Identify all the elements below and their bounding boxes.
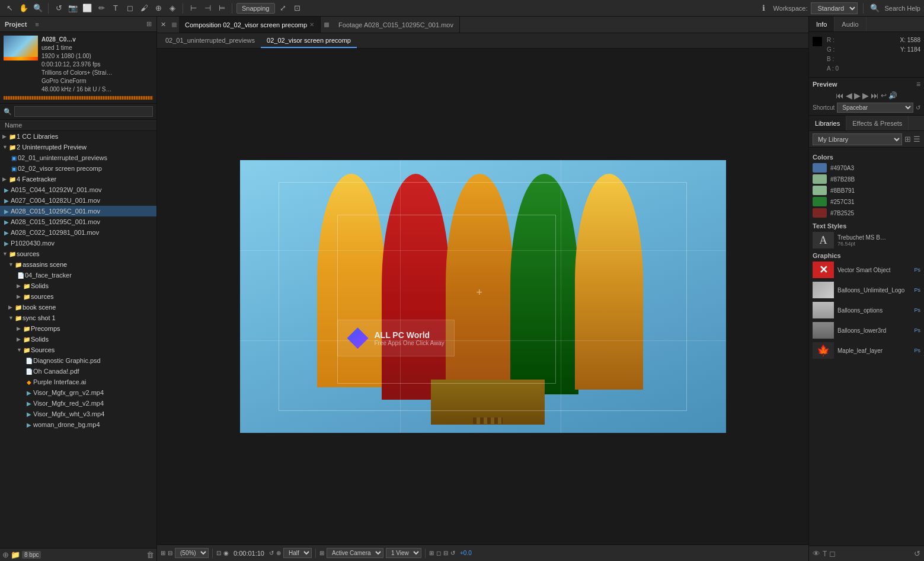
text-tool-icon[interactable]: T: [110, 2, 122, 14]
align-icon1[interactable]: ⊢: [187, 2, 199, 14]
draft-icon[interactable]: ⊟: [443, 550, 448, 556]
tree-item-comp02[interactable]: ▣ 02_02_visor screen precomp: [0, 163, 156, 174]
preview-menu-icon[interactable]: ≡: [916, 80, 920, 88]
info-icon[interactable]: ℹ: [758, 2, 770, 14]
folder-icon-btn[interactable]: 📁: [11, 550, 20, 559]
lib-eye-icon[interactable]: 👁: [813, 549, 820, 558]
tree-item-facetracker[interactable]: ▶ 📁 4 Facetracker: [0, 174, 156, 184]
arrow-tool-icon[interactable]: ↖: [4, 2, 15, 14]
graphic-item-lower3rd[interactable]: Balloons_lower3rd Ps: [813, 322, 920, 339]
snapping-icon2[interactable]: ⊡: [292, 2, 303, 14]
graphic-item-vso[interactable]: ✕ Vector Smart Object Ps: [813, 262, 920, 278]
panel-icon1[interactable]: ⊞: [146, 20, 152, 28]
color-item-3[interactable]: #8BB791: [813, 186, 920, 195]
tree-item-uninterrupted[interactable]: ▼ 📁 2 Uninterrupted Preview: [0, 142, 156, 152]
refresh-icon[interactable]: ↺: [450, 550, 455, 556]
mask-icon[interactable]: ◻: [436, 550, 441, 556]
hand-tool-icon[interactable]: ✋: [18, 2, 30, 14]
loop-btn[interactable]: ↩: [881, 91, 887, 100]
graphic-item-maple[interactable]: 🍁 Maple_leaf_layer Ps: [813, 342, 920, 359]
tree-item-vid2[interactable]: ▶ A027_C004_10282U_001.mov: [0, 195, 156, 206]
project-search-input[interactable]: [14, 106, 153, 117]
lib-grid-icon[interactable]: ⊞: [904, 135, 911, 144]
search-icon[interactable]: 🔍: [869, 2, 881, 14]
snapping-icon[interactable]: ⤢: [277, 2, 289, 14]
new-item-icon[interactable]: ⊕: [2, 550, 9, 559]
viewer-icon2[interactable]: ⊟: [168, 550, 172, 556]
tree-item-vid3[interactable]: ▶ A028_C015_10295C_001.mov: [0, 206, 156, 216]
tree-item-precomps[interactable]: ▶ 📁 Precomps: [0, 323, 156, 334]
views-select[interactable]: 1 View: [386, 548, 421, 558]
resolution-icon[interactable]: ⊡: [216, 550, 221, 556]
tree-item-facetracker-file[interactable]: 📄 04_face_tracker: [0, 270, 156, 280]
color-item-2[interactable]: #87B28B: [813, 174, 920, 184]
quality-select[interactable]: Half: [283, 548, 312, 558]
lib-rect-icon[interactable]: ◻: [829, 549, 836, 558]
tree-item-vid4[interactable]: ▶ A028_C015_10295C_001.mov: [0, 216, 156, 227]
lib-list-icon[interactable]: ☰: [913, 135, 920, 144]
clone-tool-icon[interactable]: ⊕: [152, 2, 164, 14]
shape-tool-icon[interactable]: ◻: [124, 2, 136, 14]
tree-item-assasins[interactable]: ▼ 📁 assasins scene: [0, 259, 156, 270]
text-style-item-1[interactable]: A Trebuchet MS B… 76.54pt: [813, 232, 920, 248]
tree-item-cc-libraries[interactable]: ▶ 📁 1 CC Libraries: [0, 131, 156, 142]
next-frame-btn[interactable]: ▶: [862, 91, 869, 100]
preview-icon[interactable]: ↺: [269, 550, 274, 556]
skip-to-end-btn[interactable]: ⏭: [871, 91, 879, 100]
info-tab-info[interactable]: Info: [809, 17, 835, 31]
tree-item-sources-sub[interactable]: ▶ 📁 sources: [0, 291, 156, 302]
lib-refresh-icon[interactable]: ↺: [914, 549, 920, 558]
tree-item-solids1[interactable]: ▶ 📁 Solids: [0, 280, 156, 291]
tree-item-visor-wht[interactable]: ▶ Visor_Mgfx_wht_v3.mp4: [0, 409, 156, 419]
tab-composition-main[interactable]: Composition 02_02_visor screen precomp ✕: [179, 17, 321, 33]
snapping-viewer-icon[interactable]: ◉: [223, 550, 229, 556]
align-icon3[interactable]: ⊨: [216, 2, 228, 14]
tree-item-sources[interactable]: ▼ 📁 sources: [0, 248, 156, 259]
graphic-item-options[interactable]: Balloons_options Ps: [813, 302, 920, 318]
puppet-tool-icon[interactable]: ◈: [167, 2, 178, 14]
graphic-item-logo[interactable]: Balloons_Unlimited_Logo Ps: [813, 282, 920, 298]
lib-text-icon[interactable]: T: [823, 550, 827, 558]
shortcut-select[interactable]: Spacebar: [837, 103, 913, 113]
play-btn[interactable]: ▶: [854, 91, 861, 100]
reset-icon[interactable]: ⊕: [276, 550, 281, 556]
snapping-button[interactable]: Snapping: [236, 3, 275, 14]
layer-icon[interactable]: ⊞: [319, 550, 324, 556]
sub-tab-01[interactable]: 02_01_uninterrupted_previews: [159, 33, 261, 48]
rotation-icon[interactable]: ↺: [53, 2, 65, 14]
tree-item-visor-red[interactable]: ▶ Visor_Mgfx_red_v2.mp4: [0, 398, 156, 409]
tab-effects-presets[interactable]: Effects & Presets: [846, 116, 909, 130]
pen-tool-icon[interactable]: ✏: [95, 2, 107, 14]
layer-icon[interactable]: ⬜: [81, 2, 93, 14]
tree-item-comp01[interactable]: ▣ 02_01_uninterrupted_previews: [0, 152, 156, 163]
close-tab-btn[interactable]: ✕: [157, 17, 170, 33]
color-item-1[interactable]: #4970A3: [813, 163, 920, 173]
tree-item-oh-canada[interactable]: 📄 Oh Canada!.pdf: [0, 366, 156, 377]
tree-item-vid5[interactable]: ▶ A028_C022_102981_001.mov: [0, 227, 156, 238]
tree-item-sources-2[interactable]: ▼ 📁 Sources: [0, 345, 156, 355]
info-tab-audio[interactable]: Audio: [835, 17, 866, 31]
sub-tab-02[interactable]: 02_02_visor screen precomp: [261, 33, 357, 48]
tree-item-purple[interactable]: ◆ Purple Interface.ai: [0, 377, 156, 387]
workspace-select[interactable]: Standard: [811, 2, 858, 14]
grid-icon[interactable]: ⊞: [429, 550, 434, 556]
tree-item-woman-drone[interactable]: ▶ woman_drone_bg.mp4: [0, 419, 156, 430]
viewer-icon1[interactable]: ⊞: [161, 550, 165, 556]
tab-footage[interactable]: Footage A028_C015_10295C_001.mov: [332, 17, 460, 33]
tree-item-visor-grn[interactable]: ▶ Visor_Mgfx_grn_v2.mp4: [0, 387, 156, 398]
tree-item-solids2[interactable]: ▶ 📁 Solids: [0, 334, 156, 345]
tab-close-comp-main[interactable]: ✕: [309, 21, 314, 28]
tree-item-vid6[interactable]: ▶ P1020430.mov: [0, 238, 156, 248]
panel-menu-btn[interactable]: ≡: [35, 21, 39, 28]
tree-item-sync-shot[interactable]: ▼ 📁 sync shot 1: [0, 313, 156, 323]
tree-item-book-scene[interactable]: ▶ 📁 book scene: [0, 302, 156, 313]
color-item-5[interactable]: #7B2525: [813, 208, 920, 218]
trash-icon[interactable]: 🗑: [146, 550, 154, 559]
search-help[interactable]: Search Help: [884, 5, 920, 12]
library-select[interactable]: My Library: [813, 133, 902, 145]
align-icon2[interactable]: ⊣: [202, 2, 213, 14]
skip-to-start-btn[interactable]: ⏮: [836, 91, 844, 100]
zoom-select[interactable]: (50%): [175, 548, 209, 558]
camera-icon[interactable]: 📷: [67, 2, 79, 14]
camera-select[interactable]: Active Camera: [327, 548, 383, 558]
